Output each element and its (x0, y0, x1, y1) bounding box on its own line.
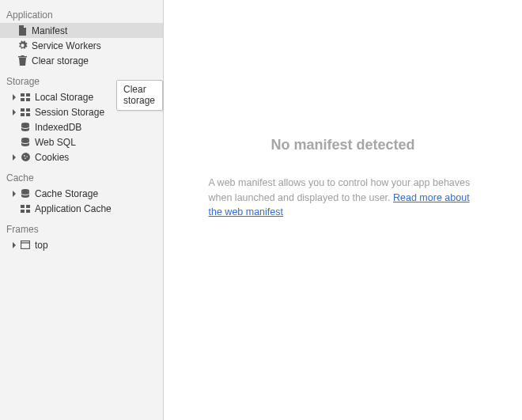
section-cache-title: Cache (0, 169, 163, 186)
sidebar-item-web-sql[interactable]: Web SQL (0, 134, 163, 149)
sidebar-item-label: Session Storage (35, 107, 104, 118)
sidebar-item-label: Local Storage (35, 92, 93, 103)
sidebar-item-clear-storage[interactable]: Clear storage (0, 53, 163, 68)
expand-arrow-icon (11, 242, 19, 248)
svg-point-8 (21, 123, 29, 126)
no-manifest-headline: No manifest detected (270, 137, 414, 153)
section-frames-title: Frames (0, 221, 163, 237)
sidebar-item-label: Cookies (35, 152, 69, 163)
expand-arrow-icon (11, 154, 19, 161)
expand-arrow-icon (11, 109, 19, 115)
sidebar-item-cache-storage[interactable]: Cache Storage (0, 186, 163, 201)
svg-point-10 (21, 153, 30, 161)
sidebar-item-label: Application Cache (35, 203, 112, 214)
svg-rect-4 (21, 108, 25, 112)
svg-rect-2 (21, 98, 25, 101)
tooltip-clear-storage: Clear storage (116, 80, 163, 111)
grid-icon (19, 108, 32, 116)
expand-arrow-icon (11, 191, 19, 197)
svg-rect-15 (21, 205, 25, 208)
sidebar-item-label: Manifest (32, 25, 67, 36)
sidebar-item-label: top (35, 240, 48, 251)
svg-point-14 (21, 189, 29, 192)
svg-point-12 (26, 156, 28, 157)
application-sidebar: Application Manifest Service Workers Cle… (0, 0, 164, 420)
svg-rect-0 (21, 93, 25, 96)
grid-icon (19, 205, 32, 213)
sidebar-item-frame-top[interactable]: top (0, 237, 163, 252)
document-icon (16, 25, 28, 36)
sidebar-item-service-workers[interactable]: Service Workers (0, 38, 163, 53)
svg-rect-7 (26, 113, 30, 116)
svg-rect-18 (26, 210, 30, 213)
svg-point-9 (21, 138, 29, 141)
database-icon (19, 189, 32, 199)
svg-rect-17 (21, 210, 25, 213)
svg-rect-16 (26, 205, 30, 208)
sidebar-item-label: Cache Storage (35, 188, 98, 199)
sidebar-item-manifest[interactable]: Manifest (0, 23, 163, 38)
svg-rect-1 (26, 93, 30, 96)
database-icon (19, 123, 32, 132)
manifest-description: A web manifest allows you to control how… (209, 176, 478, 220)
expand-arrow-icon (11, 94, 19, 100)
sidebar-item-label: Web SQL (35, 137, 76, 148)
database-icon (19, 138, 32, 147)
sidebar-item-cookies[interactable]: Cookies (0, 149, 163, 165)
main-panel: No manifest detected A web manifest allo… (164, 0, 522, 420)
grid-icon (19, 93, 32, 101)
sidebar-item-application-cache[interactable]: Application Cache (0, 201, 163, 216)
svg-rect-19 (21, 241, 30, 249)
gear-icon (16, 40, 28, 51)
svg-rect-3 (26, 98, 30, 101)
frame-icon (19, 240, 32, 249)
cookie-icon (19, 152, 32, 162)
sidebar-item-label: Clear storage (32, 55, 89, 66)
svg-rect-5 (26, 108, 30, 112)
sidebar-item-label: IndexedDB (35, 122, 81, 133)
svg-rect-6 (21, 113, 25, 116)
section-application-title: Application (0, 6, 163, 23)
trash-icon (16, 55, 28, 66)
sidebar-item-indexeddb[interactable]: IndexedDB (0, 119, 163, 134)
sidebar-item-label: Service Workers (32, 40, 101, 51)
svg-point-11 (24, 155, 25, 157)
svg-point-13 (25, 157, 26, 159)
